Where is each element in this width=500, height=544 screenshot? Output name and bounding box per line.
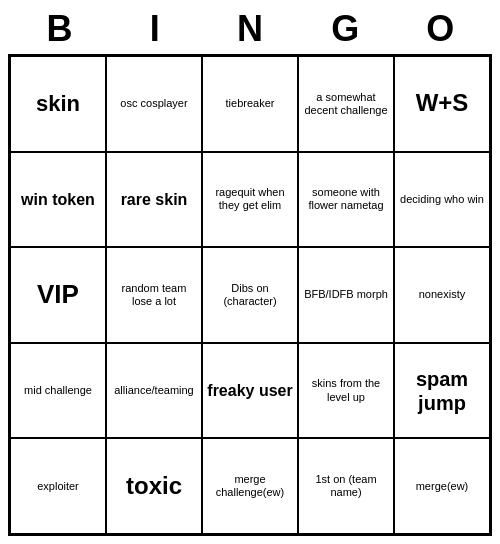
cell-4-1: toxic <box>106 438 202 534</box>
cell-0-3: a somewhat decent challenge <box>298 56 394 152</box>
cell-3-1: alliance/teaming <box>106 343 202 439</box>
bingo-grid: skinosc cosplayertiebreakera somewhat de… <box>8 54 492 536</box>
cell-3-2: freaky user <box>202 343 298 439</box>
cell-4-0: exploiter <box>10 438 106 534</box>
bingo-title: BINGO <box>8 8 492 50</box>
cell-3-3: skins from the level up <box>298 343 394 439</box>
cell-1-4: deciding who win <box>394 152 490 248</box>
cell-2-1: random team lose a lot <box>106 247 202 343</box>
title-letter: G <box>298 8 393 50</box>
cell-1-0: win token <box>10 152 106 248</box>
cell-4-3: 1st on (team name) <box>298 438 394 534</box>
title-letter: N <box>202 8 297 50</box>
cell-0-2: tiebreaker <box>202 56 298 152</box>
title-letter: O <box>393 8 488 50</box>
cell-4-2: merge challenge(ew) <box>202 438 298 534</box>
cell-1-1: rare skin <box>106 152 202 248</box>
cell-2-3: BFB/IDFB morph <box>298 247 394 343</box>
cell-0-0: skin <box>10 56 106 152</box>
cell-0-1: osc cosplayer <box>106 56 202 152</box>
cell-1-3: someone with flower nametag <box>298 152 394 248</box>
title-letter: I <box>107 8 202 50</box>
cell-3-0: mid challenge <box>10 343 106 439</box>
cell-0-4: W+S <box>394 56 490 152</box>
cell-1-2: ragequit when they get elim <box>202 152 298 248</box>
cell-4-4: merge(ew) <box>394 438 490 534</box>
cell-3-4: spam jump <box>394 343 490 439</box>
cell-2-2: Dibs on (character) <box>202 247 298 343</box>
cell-2-0: VIP <box>10 247 106 343</box>
title-letter: B <box>12 8 107 50</box>
cell-2-4: nonexisty <box>394 247 490 343</box>
